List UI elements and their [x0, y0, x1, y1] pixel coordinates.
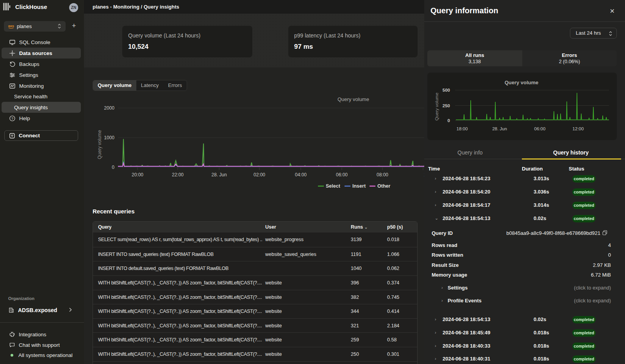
svg-text:06:00: 06:00	[336, 172, 348, 178]
svg-text:04:00: 04:00	[295, 172, 307, 178]
svg-text:250: 250	[443, 103, 450, 108]
svg-text:Select: Select	[326, 183, 341, 189]
svg-text:12:00: 12:00	[573, 126, 584, 131]
svg-text:06:00: 06:00	[534, 126, 546, 131]
svg-text:0: 0	[448, 118, 450, 123]
svg-text:aws: aws	[8, 24, 14, 28]
svg-text:08:00: 08:00	[377, 172, 388, 178]
svg-text:Insert: Insert	[352, 183, 366, 189]
svg-text:0: 0	[112, 165, 114, 170]
svg-text:?: ?	[11, 117, 13, 121]
svg-text:500: 500	[443, 88, 450, 92]
svg-text:18:00: 18:00	[457, 126, 468, 131]
svg-text:22:00: 22:00	[172, 172, 184, 178]
svg-text:Query volume: Query volume	[505, 80, 539, 85]
svg-text:Query volume: Query volume	[434, 92, 439, 121]
svg-text:02:00: 02:00	[254, 172, 265, 178]
svg-text:Other: Other	[377, 183, 390, 189]
svg-text:Query volume: Query volume	[97, 130, 102, 159]
svg-text:28. Jun: 28. Jun	[492, 126, 507, 131]
svg-text:20:00: 20:00	[132, 172, 143, 178]
svg-text:2000: 2000	[104, 105, 114, 111]
svg-text:1000: 1000	[104, 135, 114, 140]
svg-text:28. Jun: 28. Jun	[211, 172, 227, 178]
